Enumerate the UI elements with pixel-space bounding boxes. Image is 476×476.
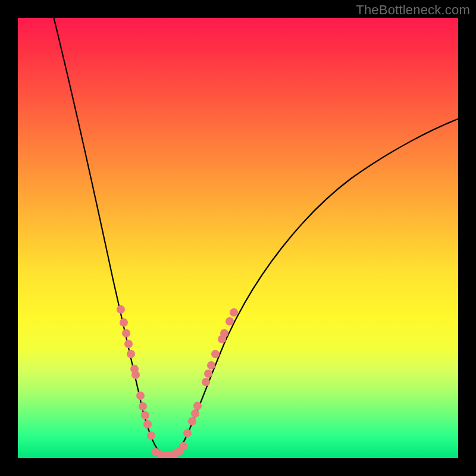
bottleneck-curve-svg — [18, 18, 458, 458]
data-point-dot — [204, 369, 212, 378]
curve-left-branch — [52, 18, 168, 455]
watermark-text: TheBottleneck.com — [356, 2, 470, 18]
data-point-dot — [193, 402, 202, 410]
data-point-dot — [211, 350, 220, 358]
data-point-dot — [143, 420, 152, 428]
data-point-dot — [183, 429, 192, 437]
data-point-dot — [207, 361, 215, 369]
data-point-dot — [202, 378, 210, 386]
data-point-dot — [139, 402, 147, 411]
chart-plot-area — [18, 18, 458, 458]
curve-right-branch — [168, 118, 458, 455]
data-dots-group — [117, 305, 238, 458]
data-point-dot — [220, 329, 228, 337]
data-point-dot — [191, 409, 199, 418]
data-point-dot — [127, 350, 135, 358]
data-point-dot — [117, 305, 125, 314]
data-point-dot — [147, 431, 155, 440]
data-point-dot — [120, 318, 128, 327]
data-point-dot — [124, 340, 133, 348]
data-point-dot — [136, 392, 145, 400]
data-point-dot — [141, 411, 149, 419]
data-point-dot — [179, 442, 187, 450]
data-point-dot — [122, 329, 130, 337]
data-point-dot — [230, 308, 238, 317]
data-point-dot — [226, 317, 234, 325]
data-point-dot — [131, 371, 140, 379]
data-point-dot — [188, 417, 196, 425]
